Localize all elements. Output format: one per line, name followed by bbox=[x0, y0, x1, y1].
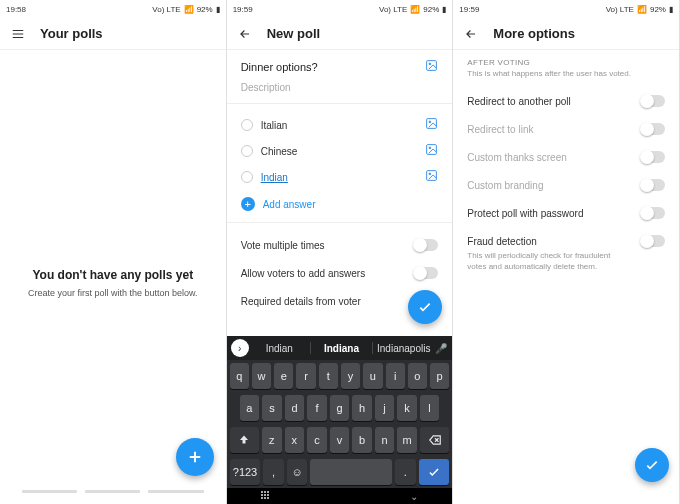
enter-key[interactable] bbox=[419, 459, 450, 485]
svg-point-5 bbox=[429, 147, 431, 149]
key-z[interactable]: z bbox=[262, 427, 282, 453]
key-v[interactable]: v bbox=[330, 427, 350, 453]
expand-icon[interactable]: › bbox=[231, 339, 249, 357]
svg-rect-4 bbox=[427, 145, 437, 155]
plus-icon: + bbox=[241, 197, 255, 211]
radio-icon bbox=[241, 145, 253, 157]
key-l[interactable]: l bbox=[420, 395, 440, 421]
question-input[interactable]: Dinner options? bbox=[241, 61, 318, 73]
suggestion[interactable]: Indiana bbox=[311, 343, 372, 354]
option-input[interactable]: Chinese bbox=[261, 146, 298, 157]
screen-your-polls: 19:58 Vo) LTE📶92%▮ Your polls You don't … bbox=[0, 0, 227, 504]
svg-point-7 bbox=[429, 173, 431, 175]
statusbar: 19:58 Vo) LTE📶92%▮ bbox=[0, 0, 226, 18]
status-network: Vo) LTE bbox=[152, 5, 180, 14]
option-row: Protect poll with password bbox=[467, 199, 665, 227]
mic-icon[interactable]: 🎤 bbox=[434, 343, 448, 354]
option-input[interactable]: Indian bbox=[261, 172, 288, 183]
create-poll-fab[interactable] bbox=[176, 438, 214, 476]
space-key[interactable] bbox=[310, 459, 392, 485]
key-q[interactable]: q bbox=[230, 363, 249, 389]
key-e[interactable]: e bbox=[274, 363, 293, 389]
key-m[interactable]: m bbox=[397, 427, 417, 453]
key-a[interactable]: a bbox=[240, 395, 260, 421]
key-k[interactable]: k bbox=[397, 395, 417, 421]
option-input[interactable]: Italian bbox=[261, 120, 288, 131]
key-b[interactable]: b bbox=[352, 427, 372, 453]
toggle-switch[interactable] bbox=[414, 267, 438, 279]
screen-new-poll: 19:59 Vo) LTE📶92%▮ New poll Dinner optio… bbox=[227, 0, 454, 504]
add-answer-label: Add answer bbox=[263, 199, 316, 210]
key-w[interactable]: w bbox=[252, 363, 271, 389]
key-t[interactable]: t bbox=[319, 363, 338, 389]
confirm-fab[interactable] bbox=[635, 448, 669, 482]
toggle-switch[interactable] bbox=[641, 151, 665, 163]
empty-title: You don't have any polls yet bbox=[12, 268, 214, 282]
option-subtitle: This will periodically check for fraudul… bbox=[467, 251, 665, 278]
toggle-switch[interactable] bbox=[641, 95, 665, 107]
key-s[interactable]: s bbox=[262, 395, 282, 421]
appbar: Your polls bbox=[0, 18, 226, 50]
key-u[interactable]: u bbox=[363, 363, 382, 389]
option-row: Custom thanks screen bbox=[467, 143, 665, 171]
radio-icon bbox=[241, 119, 253, 131]
key-d[interactable]: d bbox=[285, 395, 305, 421]
collapse-keyboard-icon[interactable]: ⌄ bbox=[410, 491, 418, 502]
symbols-key[interactable]: ?123 bbox=[230, 459, 261, 485]
keyboard-switch-icon[interactable] bbox=[261, 491, 275, 501]
toggle-switch[interactable] bbox=[641, 123, 665, 135]
status-battery: 92% bbox=[197, 5, 213, 14]
toggle-switch[interactable] bbox=[641, 235, 665, 247]
option-row: Redirect to another poll bbox=[467, 87, 665, 115]
backspace-key[interactable] bbox=[420, 427, 449, 453]
option-row: Redirect to link bbox=[467, 115, 665, 143]
toggle-switch[interactable] bbox=[641, 179, 665, 191]
status-battery: 92% bbox=[650, 5, 666, 14]
svg-rect-2 bbox=[427, 119, 437, 129]
option-label: Custom thanks screen bbox=[467, 152, 567, 163]
poll-option: Indian bbox=[241, 164, 439, 190]
suggestion[interactable]: Indian bbox=[249, 343, 310, 354]
key-y[interactable]: y bbox=[341, 363, 360, 389]
comma-key[interactable]: , bbox=[263, 459, 283, 485]
shift-key[interactable] bbox=[230, 427, 259, 453]
emoji-key[interactable]: ☺ bbox=[287, 459, 307, 485]
key-c[interactable]: c bbox=[307, 427, 327, 453]
key-p[interactable]: p bbox=[430, 363, 449, 389]
back-icon[interactable] bbox=[463, 26, 479, 42]
radio-icon bbox=[241, 171, 253, 183]
back-icon[interactable] bbox=[237, 26, 253, 42]
image-icon[interactable] bbox=[425, 116, 438, 134]
status-time: 19:59 bbox=[459, 5, 479, 14]
option-label: Custom branding bbox=[467, 180, 543, 191]
statusbar: 19:59 Vo) LTE📶92%▮ bbox=[227, 0, 453, 18]
key-h[interactable]: h bbox=[352, 395, 372, 421]
image-icon[interactable] bbox=[425, 168, 438, 186]
toggle-switch[interactable] bbox=[641, 207, 665, 219]
key-f[interactable]: f bbox=[307, 395, 327, 421]
key-n[interactable]: n bbox=[375, 427, 395, 453]
key-o[interactable]: o bbox=[408, 363, 427, 389]
key-i[interactable]: i bbox=[386, 363, 405, 389]
key-g[interactable]: g bbox=[330, 395, 350, 421]
key-j[interactable]: j bbox=[375, 395, 395, 421]
setting-row: Vote multiple times bbox=[241, 231, 439, 259]
period-key[interactable]: . bbox=[395, 459, 415, 485]
menu-icon[interactable] bbox=[10, 26, 26, 42]
suggestion[interactable]: Indianapolis bbox=[373, 343, 434, 354]
status-network: Vo) LTE bbox=[606, 5, 634, 14]
suggestion-bar: › Indian Indiana Indianapolis 🎤 bbox=[227, 336, 453, 360]
key-r[interactable]: r bbox=[296, 363, 315, 389]
key-x[interactable]: x bbox=[285, 427, 305, 453]
option-row: Custom branding bbox=[467, 171, 665, 199]
keyboard: › Indian Indiana Indianapolis 🎤 qwertyui… bbox=[227, 336, 453, 504]
confirm-fab[interactable] bbox=[408, 290, 442, 324]
page-title: Your polls bbox=[40, 26, 103, 41]
image-icon[interactable] bbox=[425, 58, 438, 76]
description-input[interactable]: Description bbox=[241, 82, 439, 93]
toggle-switch[interactable] bbox=[414, 239, 438, 251]
status-time: 19:58 bbox=[6, 5, 26, 14]
image-icon[interactable] bbox=[425, 142, 438, 160]
add-answer-button[interactable]: + Add answer bbox=[241, 190, 439, 218]
android-navbar: ⌄ bbox=[227, 488, 453, 504]
